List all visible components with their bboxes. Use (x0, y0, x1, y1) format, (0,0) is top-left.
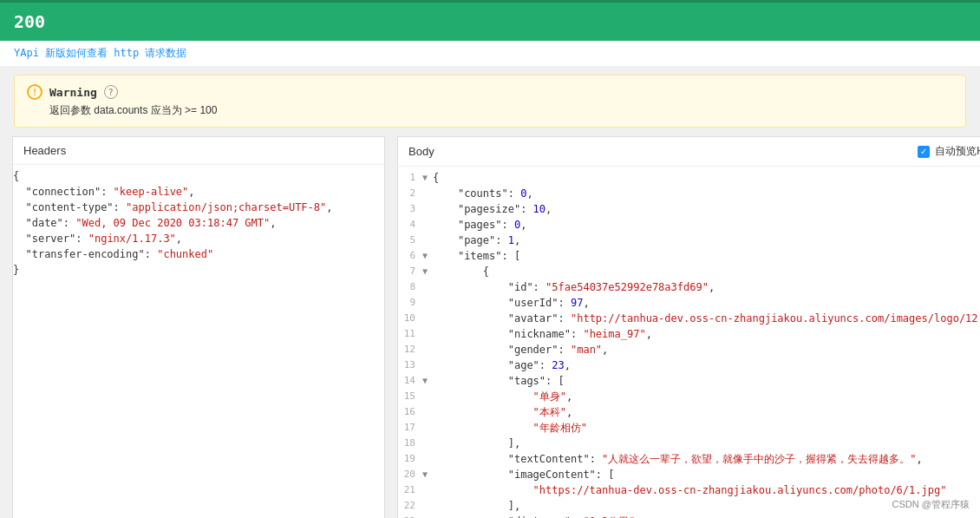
warning-header: ! Warning ? (27, 84, 953, 100)
auto-preview-checkbox[interactable]: ✓ (918, 146, 930, 158)
body-line-7: 7 ▼ { (398, 264, 980, 279)
body-line-18: 18 ], (398, 436, 980, 451)
header-connection: "connection": "keep-alive", (13, 184, 384, 200)
watermark: CSDN @管程序猿 (892, 498, 970, 511)
body-line-1: 1 ▼ { (398, 170, 980, 186)
header-line-close: } (13, 262, 384, 278)
body-line-20: 20 ▼ "imageContent": [ (398, 467, 980, 482)
header-brace-open: { (13, 168, 384, 184)
auto-preview-label: 自动预览HTML (935, 144, 980, 159)
body-line-6: 6 ▼ "items": [ (398, 248, 980, 264)
body-line-2: 2 "counts": 0, (398, 186, 980, 201)
header-line-server: "server": "nginx/1.17.3", (13, 231, 384, 246)
header-date: "date": "Wed, 09 Dec 2020 03:18:47 GMT", (13, 215, 384, 231)
warning-icon: ! (27, 84, 42, 100)
body-line-14: 14 ▼ "tags": [ (398, 373, 980, 389)
headers-panel-body: { "connection": "keep-alive", "content-t… (13, 165, 384, 281)
body-line-12: 12 "gender": "man", (398, 342, 980, 357)
body-panel-title: Body (408, 145, 434, 158)
body-panel-header: Body ✓ 自动预览HTML (398, 137, 980, 167)
header-content-type: "content-type": "application/json;charse… (13, 200, 384, 215)
body-line-15: 15 "单身", (398, 389, 980, 404)
warning-description: 返回参数 data.counts 应当为 >= 100 (49, 103, 953, 118)
body-line-19: 19 "textContent": "人就这么一辈子，欲望，就像手中的沙子，握得… (398, 451, 980, 467)
header-line-date: "date": "Wed, 09 Dec 2020 03:18:47 GMT", (13, 215, 384, 231)
body-line-16: 16 "本科", (398, 404, 980, 420)
help-icon[interactable]: ? (104, 85, 118, 99)
panels-wrapper: Headers { "connection": "keep-alive", "c… (12, 136, 968, 518)
body-line-11: 11 "nickname": "heima_97", (398, 326, 980, 342)
warning-box: ! Warning ? 返回参数 data.counts 应当为 >= 100 (14, 75, 966, 128)
body-line-3: 3 "pagesize": 10, (398, 201, 980, 217)
body-line-10: 10 "avatar": "http://tanhua-dev.oss-cn-z… (398, 311, 980, 326)
header-line-transfer-encoding: "transfer-encoding": "chunked" (13, 246, 384, 262)
header-line-connection: "connection": "keep-alive", (13, 184, 384, 200)
yapi-link[interactable]: YApi 新版如何查看 http 请求数据 (14, 47, 186, 59)
body-line-17: 17 "年龄相仿" (398, 420, 980, 436)
headers-panel: Headers { "connection": "keep-alive", "c… (12, 136, 385, 518)
header-line-content-type: "content-type": "application/json;charse… (13, 200, 384, 215)
body-line-4: 4 "pages": 0, (398, 217, 980, 233)
status-bar: 200 (0, 0, 980, 41)
headers-panel-title: Headers (13, 137, 384, 165)
body-panel-body: 1 ▼ { 2 "counts": 0, 3 "pagesize": 10, 4… (398, 167, 980, 518)
header-brace-close: } (13, 262, 384, 278)
body-line-5: 5 "page": 1, (398, 233, 980, 248)
body-line-9: 9 "userId": 97, (398, 295, 980, 311)
auto-preview-control: ✓ 自动预览HTML (918, 144, 980, 159)
link-bar: YApi 新版如何查看 http 请求数据 (0, 41, 980, 66)
warning-title: Warning (49, 86, 97, 99)
body-line-13: 13 "age": 23, (398, 357, 980, 373)
header-line-open: { (13, 168, 384, 184)
body-line-21: 21 "https://tanhua-dev.oss-cn-zhangjiako… (398, 482, 980, 498)
status-code: 200 (14, 11, 45, 32)
header-server: "server": "nginx/1.17.3", (13, 231, 384, 246)
header-transfer-encoding: "transfer-encoding": "chunked" (13, 246, 384, 262)
body-line-23: 23 "distance": "1.2公里", (398, 514, 980, 518)
body-panel: Body ✓ 自动预览HTML 1 ▼ { 2 "counts": 0, 3 " (397, 136, 980, 518)
body-line-8: 8 "id": "5fae54037e52992e78a3fd69", (398, 279, 980, 295)
